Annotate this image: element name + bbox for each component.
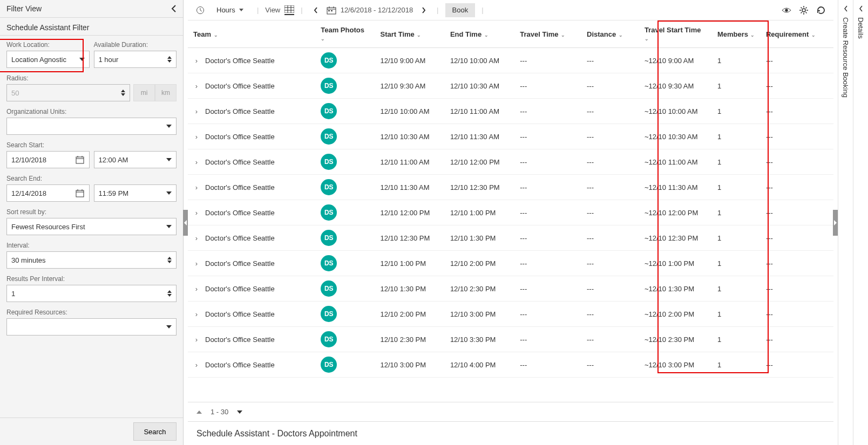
results-per-interval-input[interactable]: 1 (6, 285, 177, 302)
column-header[interactable]: Team Photos ⌄ (315, 20, 375, 48)
start-time: 12/10 1:30 PM (375, 276, 445, 302)
table-row[interactable]: ›Doctor's Office SeattleDS12/10 2:00 PM1… (188, 302, 833, 327)
column-header[interactable]: Travel Time ⌄ (514, 20, 581, 48)
end-time: 12/10 10:30 AM (445, 73, 514, 99)
search-end-date[interactable]: 12/14/2018 (6, 184, 90, 202)
radius-value: 50 (11, 89, 19, 97)
panel-splitter[interactable] (184, 0, 188, 445)
travel-time: --- (514, 48, 581, 73)
search-start-date[interactable]: 12/10/2018 (6, 151, 90, 168)
stepper-icon (167, 56, 172, 63)
team-name: Doctor's Office Seattle (205, 57, 275, 65)
avatar: DS (321, 78, 337, 94)
travel-time: --- (514, 225, 581, 251)
team-name: Doctor's Office Seattle (205, 285, 275, 293)
distance: --- (581, 73, 639, 99)
search-button[interactable]: Search (133, 422, 177, 441)
column-header[interactable]: Members ⌄ (712, 20, 761, 48)
avatar: DS (321, 154, 337, 170)
end-time: 12/10 1:30 PM (445, 225, 514, 251)
team-name: Doctor's Office Seattle (205, 158, 275, 166)
expand-icon[interactable]: › (193, 57, 200, 65)
table-row[interactable]: ›Doctor's Office SeattleDS12/10 9:30 AM1… (188, 73, 833, 99)
table-row[interactable]: ›Doctor's Office SeattleDS12/10 10:30 AM… (188, 124, 833, 149)
table-row[interactable]: ›Doctor's Office SeattleDS12/10 11:00 AM… (188, 149, 833, 175)
table-row[interactable]: ›Doctor's Office SeattleDS12/10 3:00 PM1… (188, 352, 833, 378)
svg-rect-4 (76, 190, 84, 197)
table-row[interactable]: ›Doctor's Office SeattleDS12/10 2:30 PM1… (188, 327, 833, 352)
gear-icon[interactable] (799, 5, 809, 15)
right-splitter[interactable] (833, 0, 838, 445)
expand-icon[interactable]: › (193, 209, 200, 217)
calendar-icon[interactable] (327, 5, 336, 15)
table-row[interactable]: ›Doctor's Office SeattleDS12/10 1:00 PM1… (188, 251, 833, 276)
expand-icon[interactable]: › (193, 133, 200, 141)
distance: --- (581, 352, 639, 378)
column-header[interactable]: Requirement ⌄ (761, 20, 833, 48)
start-time: 12/10 3:00 PM (375, 352, 445, 378)
expand-icon[interactable]: › (193, 310, 200, 318)
collapse-filter-icon[interactable] (171, 5, 177, 12)
book-button[interactable]: Book (445, 3, 476, 17)
page-down-icon[interactable] (237, 410, 242, 414)
table-row[interactable]: ›Doctor's Office SeattleDS12/10 1:30 PM1… (188, 276, 833, 302)
end-time: 12/10 12:00 PM (445, 149, 514, 175)
expand-icon[interactable]: › (193, 285, 200, 293)
table-row[interactable]: ›Doctor's Office SeattleDS12/10 12:30 PM… (188, 225, 833, 251)
work-location-select[interactable]: Location Agnostic (6, 51, 90, 68)
column-header[interactable]: Distance ⌄ (581, 20, 639, 48)
expand-icon[interactable]: › (193, 234, 200, 242)
results-grid[interactable]: Team ⌄Team Photos ⌄Start Time ⌄End Time … (188, 20, 833, 402)
travel-time: --- (514, 251, 581, 276)
avatar: DS (321, 306, 337, 322)
eye-icon[interactable] (782, 5, 791, 15)
table-row[interactable]: ›Doctor's Office SeattleDS12/10 11:30 AM… (188, 175, 833, 200)
travel-time: --- (514, 200, 581, 225)
column-header[interactable]: Team ⌄ (188, 20, 315, 48)
expand-icon[interactable]: › (193, 158, 200, 166)
table-row[interactable]: ›Doctor's Office SeattleDS12/10 12:00 PM… (188, 200, 833, 225)
search-start-time[interactable]: 12:00 AM (94, 151, 177, 168)
end-time: 12/10 12:30 PM (445, 175, 514, 200)
team-name: Doctor's Office Seattle (205, 82, 275, 90)
expand-icon[interactable]: › (193, 336, 200, 344)
sort-select[interactable]: Fewest Resources First (6, 218, 177, 235)
required-resources-select[interactable] (6, 318, 177, 336)
end-time: 12/10 1:00 PM (445, 200, 514, 225)
hours-dropdown[interactable]: Hours (209, 3, 250, 17)
org-units-select[interactable] (6, 118, 177, 135)
start-time: 12/10 2:00 PM (375, 302, 445, 327)
next-button[interactable] (417, 3, 430, 17)
members: 1 (712, 327, 761, 352)
work-location-value: Location Agnostic (11, 56, 66, 64)
chevron-left-icon (859, 5, 863, 12)
avatar: DS (321, 179, 337, 195)
column-header[interactable]: Start Time ⌄ (375, 20, 445, 48)
chevron-down-icon (166, 125, 172, 128)
expand-icon[interactable]: › (193, 259, 200, 268)
details-label: Details (857, 17, 865, 39)
column-header[interactable]: End Time ⌄ (445, 20, 514, 48)
create-booking-rail[interactable]: Create Resource Booking (838, 0, 853, 445)
grid-view-icon[interactable] (284, 5, 294, 15)
expand-icon[interactable]: › (193, 361, 200, 369)
available-duration-input[interactable]: 1 hour (94, 51, 177, 68)
start-time: 12/10 12:00 PM (375, 200, 445, 225)
prev-button[interactable] (309, 3, 322, 17)
travel-start-time: ~12/10 9:00 AM (639, 48, 712, 73)
interval-input[interactable]: 30 minutes (6, 251, 177, 269)
column-header[interactable]: Travel Start Time ⌄ (639, 20, 712, 48)
chevron-down-icon (166, 191, 172, 195)
table-row[interactable]: ›Doctor's Office SeattleDS12/10 9:00 AM1… (188, 48, 833, 73)
page-up-icon[interactable] (196, 410, 202, 414)
table-row[interactable]: ›Doctor's Office SeattleDS12/10 10:00 AM… (188, 99, 833, 124)
members: 1 (712, 225, 761, 251)
search-end-time[interactable]: 11:59 PM (94, 184, 177, 202)
details-rail[interactable]: Details (853, 0, 868, 445)
expand-icon[interactable]: › (193, 107, 200, 115)
chevron-down-icon (166, 325, 172, 328)
expand-icon[interactable]: › (193, 82, 200, 90)
expand-icon[interactable]: › (193, 183, 200, 191)
refresh-icon[interactable] (816, 5, 826, 15)
distance: --- (581, 302, 639, 327)
